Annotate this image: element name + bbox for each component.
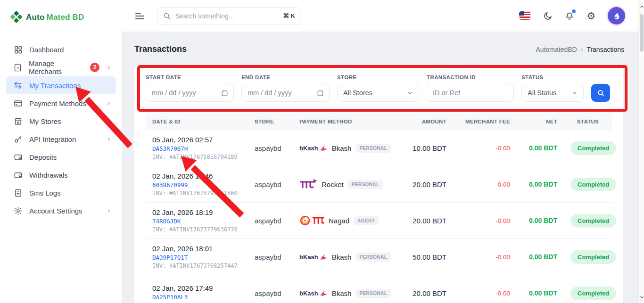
sidebar-item-api-integration[interactable]: API Integration <box>6 130 116 148</box>
scrollbar-thumb[interactable] <box>640 14 644 52</box>
sidebar-nav: Dashboard A Manage Merchants 2 My Transa… <box>0 41 122 220</box>
notifications-bell-icon[interactable] <box>565 11 574 21</box>
chevron-right-icon <box>106 65 111 70</box>
settings-gear-icon <box>13 206 23 215</box>
sidebar-item-label: My Stores <box>29 117 61 125</box>
method-type-badge: PERSONAL <box>355 253 391 262</box>
transaction-id-input[interactable] <box>433 89 508 97</box>
method-type-badge: PERSONAL <box>355 144 391 153</box>
col-status: STATUS <box>564 119 612 124</box>
txn-store: aspaybd <box>248 289 293 297</box>
status-select[interactable]: All Status <box>521 84 584 102</box>
bkash-logo: bKash <box>299 254 328 261</box>
status-badge: Completed <box>570 250 616 264</box>
method-type-badge: PERSONAL <box>348 180 383 189</box>
dark-mode-moon-icon[interactable] <box>543 11 553 21</box>
txn-net: 0.00 BDT <box>517 253 564 261</box>
transaction-id-label: TRANSACTION ID <box>427 74 514 80</box>
payment-method-cell: bKash Bkash PERSONAL <box>293 253 406 262</box>
store-label: STORE <box>337 74 419 80</box>
col-net: NET <box>517 119 564 124</box>
scroll-up-icon[interactable] <box>639 5 644 9</box>
language-flag-icon[interactable] <box>519 11 531 20</box>
sidebar-item-deposits[interactable]: Deposits <box>6 148 116 166</box>
store-select[interactable]: All Stores <box>337 84 419 102</box>
end-date-filter: END DATE <box>241 74 330 102</box>
bkash-logo: bKash <box>299 145 328 152</box>
page-title: Transactions <box>134 44 187 54</box>
transactions-table: DATE & ID STORE PAYMENT METHOD AMOUNT ME… <box>146 113 612 303</box>
sidebar-item-my-transactions[interactable]: My Transactions <box>6 76 116 94</box>
txn-id-link[interactable]: 6038670999 <box>152 181 241 188</box>
method-type-badge: AGENT <box>354 216 379 225</box>
txn-fee: -0.00 <box>453 145 517 152</box>
brand-icon <box>10 11 23 24</box>
txn-id-link[interactable]: 74ROGJDK <box>152 218 241 225</box>
sms-logs-icon <box>13 188 23 197</box>
chevron-down-icon <box>407 90 413 96</box>
payment-method-cell: Rocket PERSONAL <box>293 179 406 190</box>
main-content: Transactions AutomatedBD › Transactions … <box>122 32 638 303</box>
txn-id-link[interactable]: DA53R7067H <box>152 145 241 152</box>
txn-invoice: INV: #ATINV17675816794189 <box>152 154 241 160</box>
txn-fee: -0.00 <box>453 290 517 297</box>
sidebar-item-account-settings[interactable]: Account Settings <box>6 202 116 220</box>
brand-name: AutoMated BD <box>26 13 84 22</box>
filter-search-button[interactable] <box>591 84 610 102</box>
sidebar-item-withdrawals[interactable]: Withdrawals <box>6 166 116 184</box>
global-search[interactable]: ⌘ K <box>157 7 301 25</box>
txn-store: aspaybd <box>248 217 293 225</box>
sidebar-item-label: Withdrawals <box>29 171 68 179</box>
page-head: Transactions AutomatedBD › Transactions <box>122 32 638 54</box>
breadcrumb-parent[interactable]: AutomatedBD <box>536 46 577 53</box>
txn-id-link[interactable]: DA25P10AL3 <box>152 294 241 301</box>
table-row[interactable]: 02 Jan, 2026 18:01 DA39P17Q1T INV: #ATIN… <box>146 239 612 275</box>
txn-amount: 20.00 BDT <box>406 289 453 297</box>
txn-store: aspaybd <box>248 253 293 261</box>
table-row[interactable]: 02 Jan, 2026 18:46 6038670999 INV: #ATIN… <box>146 166 612 203</box>
sidebar-item-sms-logs[interactable]: Sms Logs <box>6 184 116 202</box>
txn-store: aspaybd <box>248 180 293 188</box>
txn-fee: -0.00 <box>453 181 517 188</box>
payment-method-cell: bKash Bkash PERSONAL <box>293 289 406 298</box>
method-name: Nagad <box>329 217 349 225</box>
sidebar-item-label: My Transactions <box>29 82 81 90</box>
withdrawals-wallet-icon <box>13 170 23 180</box>
method-type-badge: PERSONAL <box>355 289 391 298</box>
user-avatar[interactable] <box>608 7 625 25</box>
sidebar-item-label: Account Settings <box>29 207 83 215</box>
end-date-input[interactable] <box>248 89 323 97</box>
nagad-logo <box>299 215 324 226</box>
sidebar-item-manage-merchants[interactable]: A Manage Merchants 2 <box>6 58 116 76</box>
chevron-right-icon <box>106 101 111 106</box>
start-date-input[interactable] <box>152 89 228 97</box>
sidebar-item-my-stores[interactable]: My Stores <box>6 112 116 130</box>
topbar: ⌘ K ⚙ <box>122 0 638 32</box>
sidebar-item-dashboard[interactable]: Dashboard <box>6 41 116 58</box>
svg-text:A: A <box>17 66 19 70</box>
txn-date: 02 Jan, 2026 18:19 <box>152 208 241 216</box>
page-scrollbar[interactable] <box>638 0 644 303</box>
table-row[interactable]: 02 Jan, 2026 17:49 DA25P10AL3 aspaybd bK… <box>146 275 612 303</box>
search-input[interactable] <box>175 12 278 20</box>
chevron-right-icon <box>106 137 111 142</box>
txn-id-link[interactable]: DA39P17Q1T <box>152 254 241 261</box>
scroll-down-icon[interactable] <box>639 295 644 299</box>
table-row[interactable]: 05 Jan, 2026 02:57 DA53R7067H INV: #ATIN… <box>146 130 612 166</box>
dashboard-icon <box>13 45 23 54</box>
status-badge: Completed <box>570 287 616 300</box>
txn-net: 0.00 BDT <box>517 217 564 224</box>
col-merchant-fee: MERCHANT FEE <box>453 119 517 124</box>
method-name: Bkash <box>332 253 352 261</box>
calendar-icon[interactable] <box>221 90 228 97</box>
settings-gear-icon[interactable]: ⚙ <box>586 11 595 21</box>
sidebar: AutoMated BD Dashboard A Manage Merchant… <box>0 0 122 303</box>
transaction-id-filter: TRANSACTION ID <box>427 74 514 102</box>
col-amount: AMOUNT <box>406 119 453 124</box>
table-row[interactable]: 02 Jan, 2026 18:19 74ROGJDK INV: #ATINV1… <box>146 203 612 239</box>
txn-invoice: INV: #ATINV17673795651560 <box>152 190 241 197</box>
txn-date: 05 Jan, 2026 02:57 <box>152 136 241 144</box>
sidebar-item-payment-methods[interactable]: Payment Methods <box>6 94 116 112</box>
calendar-icon[interactable] <box>317 90 324 97</box>
hamburger-menu-icon[interactable] <box>135 13 146 19</box>
